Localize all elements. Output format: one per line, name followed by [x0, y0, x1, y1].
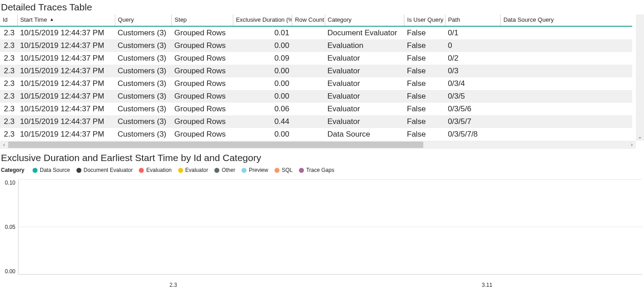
- legend-swatch-icon: [33, 168, 38, 173]
- table-cell: [501, 52, 632, 65]
- table-row[interactable]: 2.310/15/2019 12:44:37 PMCustomers (3)Gr…: [0, 115, 632, 128]
- legend-item[interactable]: Evaluator: [178, 167, 208, 173]
- table-cell: 0.09: [233, 52, 292, 65]
- table-cell: Grouped Rows: [172, 77, 233, 90]
- table-cell: 0.06: [233, 103, 292, 115]
- table-cell: 2.3: [0, 103, 17, 115]
- table-cell: Customers (3): [115, 77, 172, 90]
- y-tick: 0.00: [5, 268, 15, 275]
- vertical-scrollbar[interactable]: ⌄: [636, 14, 644, 141]
- table-cell: 10/15/2019 12:44:37 PM: [17, 90, 115, 103]
- legend-item-label: Data Source: [40, 167, 70, 173]
- table-cell: Evaluator: [325, 90, 404, 103]
- y-axis: 0.10 0.05 0.00: [2, 180, 18, 275]
- table-cell: [292, 26, 325, 39]
- col-category[interactable]: Category: [325, 14, 404, 26]
- col-query[interactable]: Query: [115, 14, 172, 26]
- table-cell: 0/3/5/7: [445, 115, 501, 128]
- col-path[interactable]: Path: [445, 14, 501, 26]
- scroll-left-icon[interactable]: ‹: [0, 142, 8, 148]
- col-start-time[interactable]: Start Time ▲: [17, 14, 115, 26]
- scroll-down-icon[interactable]: ⌄: [638, 133, 642, 141]
- legend-swatch-icon: [214, 168, 219, 173]
- table-row[interactable]: 2.310/15/2019 12:44:37 PMCustomers (3)Gr…: [0, 39, 632, 52]
- table-cell: 0/3/5/7/8: [445, 128, 501, 141]
- table-cell: False: [404, 39, 445, 52]
- table-cell: [292, 128, 325, 141]
- table-cell: 2.3: [0, 26, 17, 39]
- legend-item[interactable]: Trace Gaps: [299, 167, 334, 173]
- table-cell: False: [404, 77, 445, 90]
- table-cell: Evaluator: [325, 77, 404, 90]
- table-cell: [501, 39, 632, 52]
- legend-item[interactable]: Data Source: [33, 167, 70, 173]
- table-row[interactable]: 2.310/15/2019 12:44:37 PMCustomers (3)Gr…: [0, 77, 632, 90]
- legend-item[interactable]: Preview: [242, 167, 268, 173]
- table-cell: 10/15/2019 12:44:37 PM: [17, 39, 115, 52]
- table-row[interactable]: 2.310/15/2019 12:44:37 PMCustomers (3)Gr…: [0, 65, 632, 77]
- chart-legend: Category Data SourceDocument EvaluatorEv…: [0, 166, 644, 176]
- table-cell: [501, 77, 632, 90]
- scroll-track[interactable]: [8, 141, 628, 149]
- table-cell: Grouped Rows: [172, 115, 233, 128]
- table-cell: Evaluator: [325, 103, 404, 115]
- legend-item-label: Preview: [249, 167, 268, 173]
- x-axis: 2.33.11: [16, 280, 644, 288]
- table-cell: 0/3: [445, 65, 501, 77]
- scroll-right-icon[interactable]: ›: [628, 142, 636, 148]
- table-row[interactable]: 2.310/15/2019 12:44:37 PMCustomers (3)Gr…: [0, 26, 632, 39]
- col-dsq[interactable]: Data Source Query: [501, 14, 632, 26]
- table-cell: [501, 26, 632, 39]
- traces-table: Id Start Time ▲ Query Step Exclusive Dur…: [0, 14, 632, 141]
- table-cell: 2.3: [0, 77, 17, 90]
- table-cell: 0/2: [445, 52, 501, 65]
- table-cell: False: [404, 128, 445, 141]
- table-header-row: Id Start Time ▲ Query Step Exclusive Dur…: [0, 14, 632, 26]
- table-cell: 10/15/2019 12:44:37 PM: [17, 115, 115, 128]
- chart-plot[interactable]: [18, 180, 642, 275]
- table-cell: Grouped Rows: [172, 26, 233, 39]
- bar-slot: [19, 180, 331, 274]
- table-cell: 0/3/4: [445, 77, 501, 90]
- table-cell: Evaluation: [325, 39, 404, 52]
- col-step[interactable]: Step: [172, 14, 233, 26]
- chart-section: Exclusive Duration and Earliest Start Ti…: [0, 152, 644, 288]
- legend-item[interactable]: Document Evaluator: [76, 167, 133, 173]
- col-start-time-label: Start Time: [20, 16, 47, 23]
- chart-area: 0.10 0.05 0.00: [0, 176, 644, 280]
- horizontal-scrollbar[interactable]: ‹ ›: [0, 141, 636, 149]
- legend-item[interactable]: Evaluation: [139, 167, 171, 173]
- table-row[interactable]: 2.310/15/2019 12:44:37 PMCustomers (3)Gr…: [0, 103, 632, 115]
- legend-swatch-icon: [275, 168, 279, 173]
- legend-item-label: Evaluation: [146, 167, 171, 173]
- y-tick: 0.10: [5, 180, 15, 186]
- table-row[interactable]: 2.310/15/2019 12:44:37 PMCustomers (3)Gr…: [0, 128, 632, 141]
- table-cell: 2.3: [0, 65, 17, 77]
- table-cell: 10/15/2019 12:44:37 PM: [17, 103, 115, 115]
- table-cell: [501, 115, 632, 128]
- table-cell: [292, 39, 325, 52]
- col-row-count[interactable]: Row Count: [292, 14, 325, 26]
- table-cell: 0.00: [233, 128, 292, 141]
- col-excl-dur[interactable]: Exclusive Duration (%): [233, 14, 292, 26]
- legend-swatch-icon: [139, 168, 144, 173]
- legend-item[interactable]: SQL: [275, 167, 293, 173]
- sort-asc-icon: ▲: [50, 17, 54, 22]
- table-cell: Customers (3): [115, 39, 172, 52]
- table-cell: 0: [445, 39, 501, 52]
- col-id[interactable]: Id: [0, 14, 17, 26]
- table-cell: 10/15/2019 12:44:37 PM: [17, 52, 115, 65]
- table-cell: 10/15/2019 12:44:37 PM: [17, 77, 115, 90]
- table-row[interactable]: 2.310/15/2019 12:44:37 PMCustomers (3)Gr…: [0, 52, 632, 65]
- table-cell: Grouped Rows: [172, 65, 233, 77]
- scroll-thumb[interactable]: [8, 142, 423, 148]
- col-is-user[interactable]: Is User Query: [404, 14, 445, 26]
- table-cell: 10/15/2019 12:44:37 PM: [17, 26, 115, 39]
- legend-item[interactable]: Other: [214, 167, 235, 173]
- table-cell: False: [404, 90, 445, 103]
- traces-table-wrap: Id Start Time ▲ Query Step Exclusive Dur…: [0, 14, 644, 149]
- table-cell: 2.3: [0, 90, 17, 103]
- table-cell: Customers (3): [115, 52, 172, 65]
- table-row[interactable]: 2.310/15/2019 12:44:37 PMCustomers (3)Gr…: [0, 90, 632, 103]
- table-cell: [292, 77, 325, 90]
